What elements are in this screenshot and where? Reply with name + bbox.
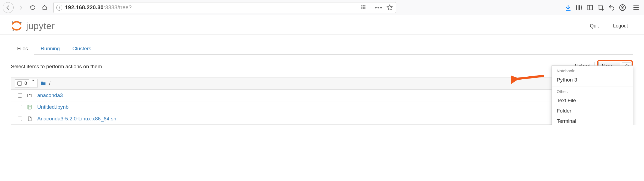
jupyter-mark-icon xyxy=(11,20,22,32)
annotation-arrow-icon xyxy=(511,71,547,85)
svg-rect-2 xyxy=(361,7,363,8)
file-row: anaconda3 xyxy=(11,90,633,101)
bookmark-star-icon[interactable] xyxy=(386,4,393,11)
new-dropdown-menu: Notebook: Python 3 Other: Text File Fold… xyxy=(552,65,633,125)
svg-rect-6 xyxy=(364,8,366,9)
tab-clusters[interactable]: Clusters xyxy=(66,43,98,55)
menu-icon[interactable] xyxy=(633,4,640,11)
action-hint: Select items to perform actions on them. xyxy=(11,64,103,70)
svg-point-14 xyxy=(20,22,21,23)
file-row: Anaconda3-5.2.0-Linux-x86_64.sh MB xyxy=(11,113,633,125)
jupyter-logo[interactable]: jupyter xyxy=(11,20,55,32)
jupyter-header: jupyter Quit Logout xyxy=(0,17,644,35)
svg-rect-9 xyxy=(587,5,593,10)
forward-button[interactable] xyxy=(16,3,26,13)
svg-rect-1 xyxy=(363,5,364,6)
folder-icon xyxy=(27,93,32,98)
file-link[interactable]: Anaconda3-5.2.0-Linux-x86_64.sh xyxy=(37,116,116,122)
browser-toolbar: i 192.168.220.30:3333/tree? ••• xyxy=(0,0,644,15)
qr-icon[interactable] xyxy=(361,5,367,11)
svg-rect-5 xyxy=(363,7,364,8)
file-row: Untitled.ipynb 2 B xyxy=(11,101,633,113)
breadcrumb-root[interactable]: / xyxy=(49,81,50,86)
dropdown-item-textfile[interactable]: Text File xyxy=(557,95,628,106)
account-icon[interactable] xyxy=(619,4,626,11)
undo-icon[interactable] xyxy=(608,4,615,11)
dropdown-item-terminal[interactable]: Terminal xyxy=(557,116,628,125)
dropdown-heading-notebook: Notebook: xyxy=(557,68,628,73)
screenshot-icon[interactable] xyxy=(597,4,604,11)
select-all-checkbox[interactable] xyxy=(17,81,22,86)
tab-running[interactable]: Running xyxy=(34,43,66,55)
back-button[interactable] xyxy=(3,2,14,13)
select-dropdown[interactable] xyxy=(29,79,38,88)
svg-rect-10 xyxy=(599,6,603,9)
url-text: 192.168.220.30:3333/tree? xyxy=(65,4,358,11)
quit-button[interactable]: Quit xyxy=(585,21,604,31)
file-link[interactable]: anaconda3 xyxy=(37,92,63,98)
svg-rect-4 xyxy=(361,8,363,9)
downloads-icon[interactable] xyxy=(565,4,572,11)
dropdown-item-folder[interactable]: Folder xyxy=(557,106,628,116)
row-checkbox[interactable] xyxy=(18,117,22,121)
svg-rect-8 xyxy=(363,8,364,9)
home-button[interactable] xyxy=(40,3,49,13)
svg-rect-7 xyxy=(364,7,366,8)
folder-icon[interactable] xyxy=(40,80,46,86)
dashboard-tabs: Files Running Clusters xyxy=(11,43,633,55)
svg-rect-0 xyxy=(361,5,363,6)
svg-rect-3 xyxy=(364,5,366,6)
row-checkbox[interactable] xyxy=(18,93,22,98)
svg-point-13 xyxy=(12,21,13,23)
svg-line-17 xyxy=(515,76,544,79)
tab-files[interactable]: Files xyxy=(11,43,34,55)
logout-button[interactable]: Logout xyxy=(608,21,633,31)
select-all-control[interactable]: 0 xyxy=(15,79,29,88)
row-checkbox[interactable] xyxy=(18,105,22,109)
library-icon[interactable] xyxy=(575,4,583,11)
page-actions-icon[interactable]: ••• xyxy=(375,4,383,11)
notebook-icon xyxy=(27,104,32,110)
jupyter-wordmark: jupyter xyxy=(26,21,55,31)
dropdown-item-python3[interactable]: Python 3 xyxy=(557,75,628,85)
svg-point-15 xyxy=(13,29,14,31)
file-icon xyxy=(27,116,32,121)
selected-count: 0 xyxy=(24,81,27,86)
site-info-icon[interactable]: i xyxy=(56,5,62,11)
reload-button[interactable] xyxy=(28,3,38,13)
sidebar-icon[interactable] xyxy=(586,4,593,11)
dropdown-heading-other: Other: xyxy=(557,89,628,94)
svg-point-12 xyxy=(622,6,624,8)
file-link[interactable]: Untitled.ipynb xyxy=(37,104,69,110)
address-bar[interactable]: i 192.168.220.30:3333/tree? ••• xyxy=(53,2,396,13)
